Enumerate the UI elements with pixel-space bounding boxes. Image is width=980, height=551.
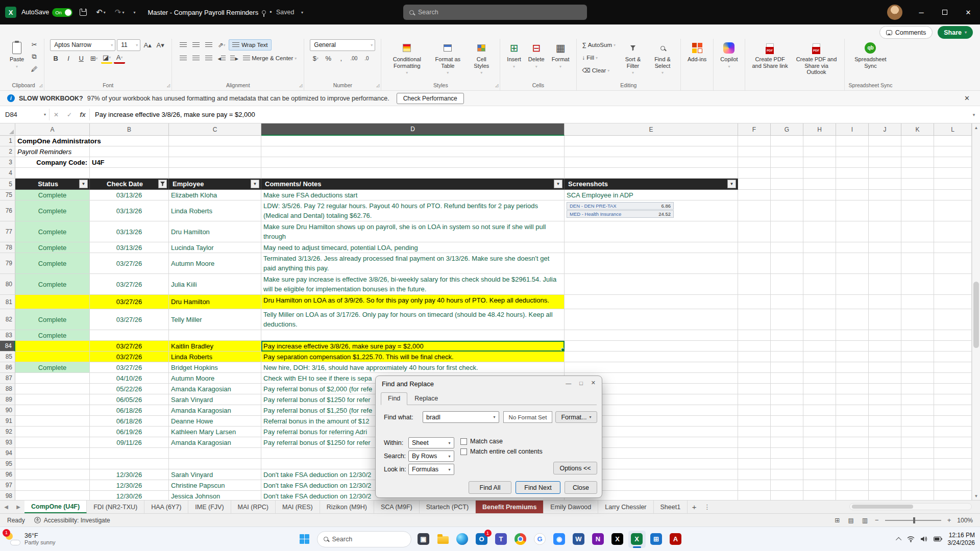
cell-H[interactable]	[803, 459, 836, 469]
cell-K[interactable]	[901, 190, 934, 201]
taskbar-app-file-explorer[interactable]	[434, 531, 452, 548]
dialog-maximize-icon[interactable]: □	[579, 380, 583, 386]
cell-J[interactable]	[869, 253, 901, 274]
cell-A1[interactable]: CompOne Administrators	[15, 136, 90, 146]
dialog-close-icon[interactable]: ✕	[591, 380, 596, 386]
cell-L[interactable]	[934, 136, 972, 146]
cell-I[interactable]	[836, 136, 869, 146]
cell-A98[interactable]	[15, 491, 90, 500]
cell-C94[interactable]	[169, 448, 261, 459]
cell-G[interactable]	[771, 394, 803, 405]
row-header-87[interactable]: 87	[0, 373, 15, 384]
cell-H[interactable]	[803, 394, 836, 405]
taskbar-app-x[interactable]: X	[609, 531, 626, 548]
filter-button-screenshots[interactable]: ▼	[727, 180, 736, 188]
dialog-launcher-icon[interactable]: ◿	[495, 83, 498, 88]
autosave-toggle[interactable]: AutoSave On	[21, 8, 72, 17]
font-size-combo[interactable]: 11▾	[117, 39, 140, 51]
close-button[interactable]: ✕	[957, 0, 980, 24]
cell-B75[interactable]: 03/13/26	[90, 190, 169, 201]
header-cell-screenshots[interactable]: Screenshots▼	[565, 179, 738, 190]
zoom-slider[interactable]	[885, 520, 941, 521]
cell-L[interactable]	[934, 157, 972, 168]
maximize-button[interactable]	[933, 0, 957, 24]
cell-H[interactable]	[803, 437, 836, 448]
cell-A80[interactable]: Complete	[15, 274, 90, 295]
cell-G[interactable]	[771, 190, 803, 201]
number-format-combo[interactable]: General▾	[310, 39, 375, 51]
cell-D[interactable]	[261, 157, 565, 168]
cell-E80[interactable]	[565, 274, 738, 295]
cell-L[interactable]	[934, 168, 972, 179]
column-header-E[interactable]: E	[565, 123, 738, 136]
font-color-button[interactable]: A▾	[114, 53, 125, 64]
horizontal-scrollbar[interactable]	[849, 503, 972, 510]
cell-L[interactable]	[934, 427, 972, 437]
cell-C92[interactable]: Kathleen Mary Larsen	[169, 427, 261, 437]
taskbar-app-teams[interactable]: T	[493, 531, 510, 548]
sheet-tab-ime-fjv[interactable]: IME (FJV)	[188, 500, 231, 513]
row-header-82[interactable]: 82	[0, 309, 15, 330]
cell-F[interactable]	[738, 394, 771, 405]
cell-C[interactable]	[169, 146, 261, 157]
row-header-81[interactable]: 81	[0, 295, 15, 309]
sheet-tab-fdi-nr2-txu[interactable]: FDI (NR2-TXU)	[87, 500, 144, 513]
cell-styles-button[interactable]: Cell Styles▾	[467, 39, 496, 79]
cell-J[interactable]	[869, 274, 901, 295]
zoom-slider-thumb[interactable]	[913, 517, 915, 523]
wrap-text-button[interactable]: Wrap Text	[229, 39, 271, 51]
cell-D80[interactable]: Make sure pay increase is effective 3/8/…	[261, 274, 565, 295]
cell-A85[interactable]	[15, 352, 90, 362]
format-painter-button[interactable]: 🖉	[29, 63, 40, 74]
cell-K[interactable]	[901, 362, 934, 373]
cell-L[interactable]	[934, 416, 972, 427]
scrollbar-thumb[interactable]	[852, 505, 913, 509]
scroll-down-icon[interactable]: ▼	[972, 492, 980, 500]
cell-B92[interactable]: 06/19/26	[90, 427, 169, 437]
underline-button[interactable]: U	[76, 53, 87, 64]
taskbar-app-excel[interactable]: X	[628, 531, 646, 548]
cell-G[interactable]	[771, 274, 803, 295]
name-box[interactable]: D84▾	[0, 106, 49, 123]
cell-D[interactable]	[261, 168, 565, 179]
cell-I[interactable]	[836, 448, 869, 459]
percent-button[interactable]: %	[323, 53, 334, 64]
taskbar-app-task-view[interactable]: ▣	[415, 531, 432, 548]
italic-button[interactable]: I	[63, 53, 74, 64]
cell-C89[interactable]: Sarah Vinyard	[169, 394, 261, 405]
cell-K[interactable]	[901, 373, 934, 384]
close-dialog-button[interactable]: Close	[565, 481, 597, 494]
normal-view-button[interactable]: ⊞	[834, 517, 841, 524]
cell-B4[interactable]	[90, 168, 169, 179]
cell-G[interactable]	[771, 253, 803, 274]
wifi-icon[interactable]	[907, 536, 915, 542]
cell-J[interactable]	[869, 416, 901, 427]
cell-F[interactable]	[738, 221, 771, 242]
cell-K[interactable]	[901, 469, 934, 480]
user-avatar[interactable]	[887, 5, 902, 20]
cell-C91[interactable]: Deanne Howe	[169, 416, 261, 427]
row-header-96[interactable]: 96	[0, 469, 15, 480]
insert-cells-button[interactable]: ⊞Insert▾	[504, 39, 524, 72]
cell-H[interactable]	[803, 480, 836, 491]
cell-I[interactable]	[836, 295, 869, 309]
options-button[interactable]: Options <<	[553, 462, 597, 474]
cell-C80[interactable]: Julia Kiili	[169, 274, 261, 295]
cell-E75[interactable]: SCA Employee in ADP	[565, 190, 738, 201]
cell-C[interactable]	[169, 136, 261, 146]
sort-filter-button[interactable]: Sort & Filter▾	[619, 39, 647, 79]
cell-I[interactable]	[836, 469, 869, 480]
cell-J[interactable]	[869, 146, 901, 157]
close-warning-icon[interactable]: ✕	[961, 94, 973, 102]
row-header-86[interactable]: 86	[0, 362, 15, 373]
cell-C[interactable]	[169, 168, 261, 179]
row-header-97[interactable]: 97	[0, 480, 15, 491]
cell-B94[interactable]	[90, 448, 169, 459]
cell-C78[interactable]: Lucinda Taylor	[169, 242, 261, 253]
cell-J[interactable]	[869, 469, 901, 480]
column-header-K[interactable]: K	[901, 123, 934, 136]
cell-B78[interactable]: 03/13/26	[90, 242, 169, 253]
cell-L[interactable]	[934, 221, 972, 242]
decrease-font-button[interactable]: A▾	[155, 39, 166, 51]
row-header-78[interactable]: 78	[0, 242, 15, 253]
